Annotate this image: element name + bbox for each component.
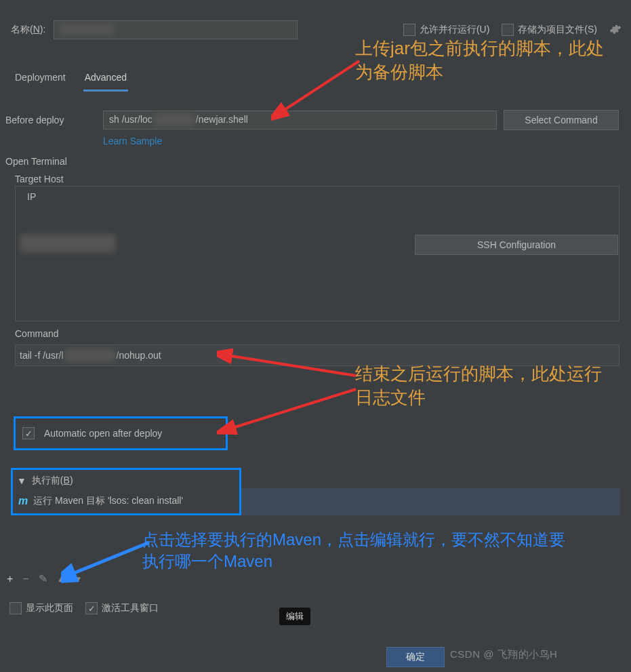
move-down-button[interactable]: ▼	[75, 574, 83, 584]
store-project-checkbox[interactable]: 存储为项目文件(S)	[502, 24, 597, 36]
activate-tool-checkbox[interactable]: 激活工具窗口	[85, 602, 159, 614]
svg-line-0	[281, 61, 359, 112]
annotation-3: 点击选择要执行的Maven，点击编辑就行，要不然不知道要执行哪一个Maven	[142, 529, 576, 573]
remove-button[interactable]: −	[22, 573, 28, 585]
move-up-button[interactable]: ▲	[57, 574, 65, 584]
redacted-host	[20, 235, 115, 252]
checkbox-icon	[403, 24, 415, 36]
checkbox-icon	[85, 602, 98, 614]
select-command-button[interactable]: Select Command	[504, 110, 619, 130]
watermark: CSDN @ 飞翔的小鸟H	[450, 648, 557, 661]
maven-goal-label: 运行 Maven 目标 'lsos: clean install'	[33, 495, 183, 507]
edit-button[interactable]: ✎	[39, 572, 47, 585]
maven-goal-row[interactable]: m 运行 Maven 目标 'lsos: clean install'	[11, 488, 241, 515]
store-project-label: 存储为项目文件(S)	[518, 24, 597, 36]
ssh-configuration-button[interactable]: SSH Configuration	[415, 235, 618, 255]
show-page-checkbox[interactable]: 显示此页面	[9, 602, 73, 614]
name-input[interactable]	[54, 20, 298, 39]
add-button[interactable]: +	[7, 573, 13, 585]
auto-open-highlight: Automatic open after deploy	[14, 416, 228, 450]
target-host-label: Target Host	[15, 174, 64, 184]
before-launch-header[interactable]: ▼ 执行前(B)	[11, 468, 241, 491]
tab-advanced[interactable]: Advanced	[83, 68, 128, 92]
name-label: 名称(N):	[11, 24, 45, 36]
chevron-down-icon: ▼	[17, 475, 26, 486]
edit-tooltip: 编辑	[279, 608, 310, 625]
allow-parallel-checkbox[interactable]: 允许并行运行(U)	[403, 24, 489, 36]
annotation-2: 结束之后运行的脚本，此处运行日志文件	[355, 362, 613, 410]
show-page-label: 显示此页面	[26, 602, 73, 614]
open-terminal-label: Open Terminal	[5, 156, 67, 167]
before-deploy-label: Before deploy	[5, 115, 103, 125]
auto-open-label: Automatic open after deploy	[44, 428, 162, 439]
activate-tool-label: 激活工具窗口	[102, 602, 159, 614]
checkbox-icon	[502, 24, 514, 36]
learn-sample-link[interactable]: Learn Sample	[103, 136, 162, 146]
tab-deployment[interactable]: Deployment	[14, 68, 67, 92]
ip-label: IP	[27, 191, 36, 202]
before-deploy-input[interactable]: sh /usr/loc/newjar.shell	[103, 111, 497, 130]
command-input[interactable]: tail -f /usr/l/nohup.out	[15, 344, 619, 366]
allow-parallel-label: 允许并行运行(U)	[420, 24, 489, 36]
before-launch-label: 执行前(B)	[32, 475, 73, 487]
gear-icon[interactable]	[609, 23, 622, 37]
maven-icon: m	[18, 495, 28, 507]
ok-button[interactable]: 确定	[386, 647, 445, 667]
checkbox-icon[interactable]	[22, 427, 35, 439]
checkbox-icon	[9, 602, 22, 614]
command-label: Command	[15, 328, 59, 339]
svg-line-3	[69, 542, 149, 575]
svg-line-2	[230, 389, 356, 429]
annotation-1: 上传jar包之前执行的脚本，此处为备份脚本	[355, 37, 613, 84]
